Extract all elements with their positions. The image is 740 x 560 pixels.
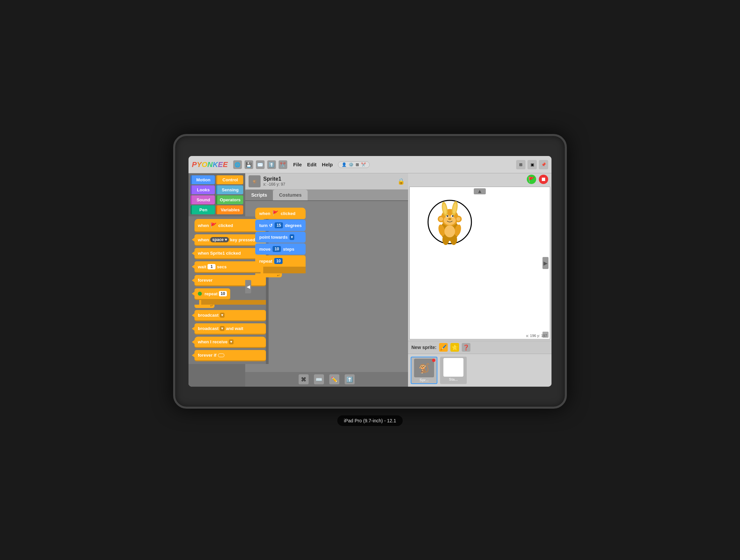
cmd-icon[interactable]: ⌘ — [299, 374, 308, 384]
edit-menu[interactable]: Edit — [307, 162, 316, 167]
right-panel: 🚩 ⏹ ▶ ▲ — [408, 173, 552, 387]
flag-icon-1: 🚩 — [210, 222, 217, 229]
sprite-info: Sprite1 x: -166 y: 97 — [263, 176, 285, 187]
script-turn[interactable]: turn ↺ 15 degrees — [255, 220, 306, 231]
sprite1-name: Spr... — [420, 378, 429, 382]
stage-up-arrow[interactable]: ▲ — [474, 188, 486, 194]
app-logo: PYONKEE — [192, 160, 228, 169]
green-flag-btn[interactable]: 🚩 — [527, 175, 536, 184]
share-icon[interactable]: ⬆️ — [345, 374, 355, 384]
scripts-tabs: Scripts Costumes — [245, 190, 408, 201]
script-stack: when 🚩 clicked turn ↺ 15 degrees — [255, 208, 306, 278]
center-right-area: 🐒 Sprite1 x: -166 y: 97 🔒 Scripts Costum… — [245, 173, 552, 387]
scroll-left-btn[interactable]: ◀ — [245, 280, 251, 293]
main-layout: Motion Control Looks Sensing Sound Opera… — [188, 173, 552, 387]
question-icon[interactable]: ❓ — [462, 343, 470, 352]
tab-costumes[interactable]: Costumes — [273, 190, 308, 200]
sprite-active-dot — [432, 359, 435, 362]
svg-point-12 — [448, 218, 451, 220]
cat-motion-btn[interactable]: Motion — [190, 175, 215, 184]
sprites-grid: 🐒 Spr... Sta... — [408, 354, 552, 387]
device-label: iPad Pro (9.7-inch) - 12.1 — [337, 415, 403, 426]
stage-thumb — [443, 358, 463, 377]
cat-variables-btn[interactable]: Variables — [216, 205, 243, 214]
star-icon[interactable]: ⭐ — [450, 343, 459, 352]
view-single-icon[interactable]: ▣ — [528, 160, 537, 169]
sprite-header: 🐒 Sprite1 x: -166 y: 97 🔒 — [245, 173, 408, 190]
stop-btn[interactable]: ⏹ — [539, 175, 548, 184]
grid-icon[interactable]: ⊞ — [356, 162, 359, 167]
script-point-towards[interactable]: point towards ▾ — [255, 232, 306, 243]
sprite-coords: x: -166 y: 97 — [263, 182, 285, 187]
settings-icon[interactable]: ⚙️ — [349, 162, 354, 167]
new-sprite-bar: New sprite: 🖌️ ⭐ ❓ — [408, 341, 552, 354]
top-bar: PYONKEE 🌐 💾 ✉️ ⬆️ ✂️ File Edit Help 👤 ⚙️… — [188, 156, 552, 173]
oval-placeholder — [218, 353, 224, 357]
upload-icon[interactable]: ⬆️ — [267, 160, 276, 169]
scissors2-icon[interactable]: ✂️ — [361, 162, 366, 167]
stage-area: ▶ ▲ — [409, 187, 550, 339]
help-menu[interactable]: Help — [322, 162, 333, 167]
stage-name: Sta... — [449, 377, 458, 381]
scripts-content: ◀ when 🚩 clicked — [245, 201, 408, 372]
cat-sensing-btn[interactable]: Sensing — [216, 185, 243, 194]
paint-brush-icon[interactable]: 🖌️ — [439, 343, 448, 352]
device-frame: PYONKEE 🌐 💾 ✉️ ⬆️ ✂️ File Edit Help 👤 ⚙️… — [173, 134, 567, 409]
save-icon[interactable]: 💾 — [245, 160, 253, 169]
tab-scripts[interactable]: Scripts — [245, 190, 273, 200]
svg-point-21 — [444, 225, 455, 237]
category-grid: Motion Control Looks Sensing Sound Opera… — [188, 173, 245, 216]
sprite-cell-stage[interactable]: Sta... — [440, 357, 467, 384]
keyboard-icon[interactable]: ⌨️ — [314, 374, 324, 384]
view-split-icon[interactable]: ⊞ — [516, 160, 526, 169]
pin-icon[interactable]: 📌 — [539, 160, 548, 169]
cat-operators-btn[interactable]: Operators — [216, 195, 243, 204]
stage-controls-bar: 🚩 ⏹ — [408, 173, 552, 185]
script-move[interactable]: move 10 steps — [255, 243, 306, 255]
monkey-sprite — [427, 197, 473, 247]
categories-panel: Motion Control Looks Sensing Sound Opera… — [188, 173, 245, 387]
workspace: 🐒 Sprite1 x: -166 y: 97 🔒 Scripts Costum… — [245, 173, 552, 387]
script-when-flag[interactable]: when 🚩 clicked — [255, 208, 306, 219]
stage-coords: x: 196 y: 197 — [526, 334, 547, 338]
scripts-area: 🐒 Sprite1 x: -166 y: 97 🔒 Scripts Costum… — [245, 173, 408, 387]
user-controls: 👤 ⚙️ ⊞ ✂️ — [338, 161, 370, 168]
svg-point-6 — [456, 217, 460, 221]
menu-bar: File Edit Help — [293, 162, 333, 167]
svg-point-4 — [439, 217, 443, 221]
sprite-name: Sprite1 — [263, 176, 285, 182]
script-repeat[interactable]: repeat 10 ↵ — [255, 255, 306, 278]
green-marker — [198, 292, 202, 296]
sprite-cell-sprite1[interactable]: 🐒 Spr... — [411, 357, 437, 384]
window-controls: ⊞ ▣ 📌 — [516, 160, 548, 169]
scissors-icon[interactable]: ✂️ — [279, 160, 287, 169]
pen-icon[interactable]: ✏️ — [329, 374, 339, 384]
new-sprite-label: New sprite: — [411, 345, 436, 350]
flag-icon-script: 🚩 — [272, 210, 279, 216]
cat-pen-btn[interactable]: Pen — [190, 205, 215, 214]
cat-looks-btn[interactable]: Looks — [190, 185, 215, 194]
scripts-bottom: ⌘ ⌨️ ✏️ ⬆️ — [245, 372, 408, 387]
cat-sound-btn[interactable]: Sound — [190, 195, 215, 204]
lock-icon[interactable]: 🔒 — [397, 178, 405, 185]
file-menu[interactable]: File — [293, 162, 302, 167]
cat-control-btn[interactable]: Control — [216, 175, 243, 184]
mail-icon[interactable]: ✉️ — [256, 160, 265, 169]
sprite-icon: 🐒 — [249, 175, 261, 187]
person-icon: 👤 — [342, 162, 347, 167]
svg-point-7 — [444, 216, 456, 225]
device-screen: PYONKEE 🌐 💾 ✉️ ⬆️ ✂️ File Edit Help 👤 ⚙️… — [188, 156, 552, 387]
sprite1-thumb: 🐒 — [414, 359, 434, 377]
globe-icon[interactable]: 🌐 — [233, 160, 242, 169]
stage-right-arrow[interactable]: ▶ — [543, 257, 549, 269]
